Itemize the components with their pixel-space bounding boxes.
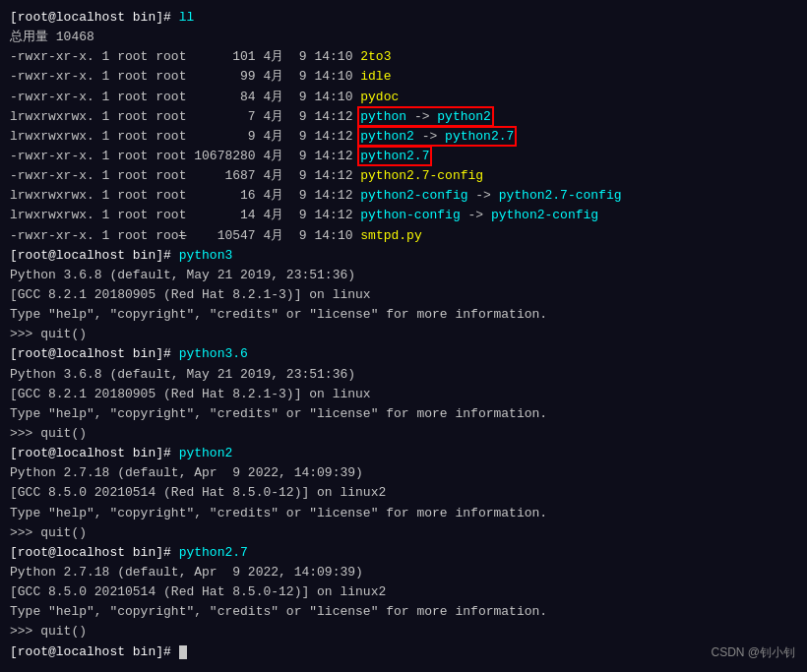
terminal-line: [GCC 8.5.0 20210514 (Red Hat 8.5.0-12)] …	[10, 582, 797, 602]
terminal-line: Type "help", "copyright", "credits" or "…	[10, 404, 797, 424]
terminal-line: -rwxr-xr-x. 1 root root 84 4月 9 14:10 py…	[10, 88, 797, 107]
terminal-line: [GCC 8.2.1 20180905 (Red Hat 8.2.1-3)] o…	[10, 385, 797, 404]
terminal: [root@localhost bin]# ll 总用量 10468 -rwxr…	[0, 0, 807, 672]
terminal-line: [root@localhost bin]# python3.6	[10, 344, 797, 364]
terminal-line: [root@localhost bin]# python3	[10, 246, 797, 266]
terminal-line: Python 2.7.18 (default, Apr 9 2022, 14:0…	[10, 463, 797, 483]
terminal-line: Python 3.6.8 (default, May 21 2019, 23:5…	[10, 266, 797, 285]
terminal-line: Python 2.7.18 (default, Apr 9 2022, 14:0…	[10, 563, 797, 582]
terminal-line: [GCC 8.2.1 20180905 (Red Hat 8.2.1-3)] o…	[10, 285, 797, 305]
terminal-line: [GCC 8.5.0 20210514 (Red Hat 8.5.0-12)] …	[10, 483, 797, 503]
terminal-line: Type "help", "copyright", "credits" or "…	[10, 504, 797, 523]
terminal-line: [root@localhost bin]# python2.7	[10, 543, 797, 563]
terminal-line: lrwxrwxrwx. 1 root root 9 4月 9 14:12 pyt…	[10, 127, 797, 147]
terminal-line: >>> quit()	[10, 325, 797, 344]
terminal-line: [root@localhost bin]#	[10, 642, 797, 662]
terminal-line: Type "help", "copyright", "credits" or "…	[10, 305, 797, 325]
terminal-line: 总用量 10468	[10, 28, 797, 47]
terminal-line: [root@localhost bin]# ll	[10, 8, 797, 28]
terminal-cursor	[179, 645, 187, 659]
terminal-line: -rwxr-xr-x. 1 root root 10678280 4月 9 14…	[10, 147, 797, 166]
terminal-line: lrwxrwxrwx. 1 root root 16 4月 9 14:12 py…	[10, 186, 797, 206]
terminal-line: Type "help", "copyright", "credits" or "…	[10, 602, 797, 622]
terminal-line: -rwxr-xr-x. 1 root root 10547 4月 9 14:10…	[10, 226, 797, 246]
terminal-line: -rwxr-xr-x. 1 root root 1687 4月 9 14:12 …	[10, 166, 797, 186]
terminal-line: >>> quit()	[10, 523, 797, 543]
terminal-line: [root@localhost bin]# python2	[10, 444, 797, 463]
terminal-line: lrwxrwxrwx. 1 root root 14 4月 9 14:12 py…	[10, 206, 797, 225]
terminal-line: -rwxr-xr-x. 1 root root 99 4月 9 14:10 id…	[10, 67, 797, 87]
terminal-line: >>> quit()	[10, 622, 797, 641]
terminal-line: -rwxr-xr-x. 1 root root 101 4月 9 14:10 2…	[10, 47, 797, 67]
terminal-line: lrwxrwxrwx. 1 root root 7 4月 9 14:12 pyt…	[10, 107, 797, 127]
terminal-line: Python 3.6.8 (default, May 21 2019, 23:5…	[10, 365, 797, 385]
watermark: CSDN @钊小钊	[711, 643, 795, 662]
terminal-line: >>> quit()	[10, 424, 797, 444]
